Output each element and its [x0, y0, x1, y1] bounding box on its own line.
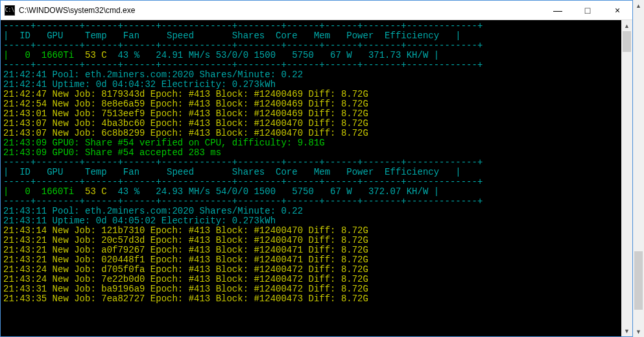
outer-scroll-down-icon[interactable]: ▼: [633, 326, 644, 337]
terminal-area: -----+--------+------+------+-----------…: [1, 20, 632, 336]
cmd-window: C:\ C:\WINDOWS\system32\cmd.exe — □ × --…: [0, 0, 633, 337]
cmd-icon: C:\: [5, 5, 15, 16]
minimize-button[interactable]: —: [543, 1, 573, 20]
scroll-up-icon[interactable]: ▲: [621, 20, 632, 31]
scroll-down-icon[interactable]: ▼: [621, 325, 632, 336]
terminal-output[interactable]: -----+--------+------+------+-----------…: [1, 20, 621, 336]
maximize-button[interactable]: □: [573, 1, 602, 20]
window-title: C:\WINDOWS\system32\cmd.exe: [19, 6, 543, 15]
scrollbar-track[interactable]: [621, 31, 632, 325]
outer-scrollbar-track[interactable]: [633, 11, 644, 326]
outer-scrollbar-thumb[interactable]: [634, 251, 643, 310]
outer-scrollbar[interactable]: ▲ ▼: [633, 0, 644, 337]
close-button[interactable]: ×: [602, 1, 632, 20]
outer-scroll-up-icon[interactable]: ▲: [633, 0, 644, 11]
scrollbar-thumb[interactable]: [623, 31, 631, 52]
terminal-scrollbar[interactable]: ▲ ▼: [621, 20, 632, 336]
title-bar[interactable]: C:\ C:\WINDOWS\system32\cmd.exe — □ ×: [1, 1, 632, 20]
